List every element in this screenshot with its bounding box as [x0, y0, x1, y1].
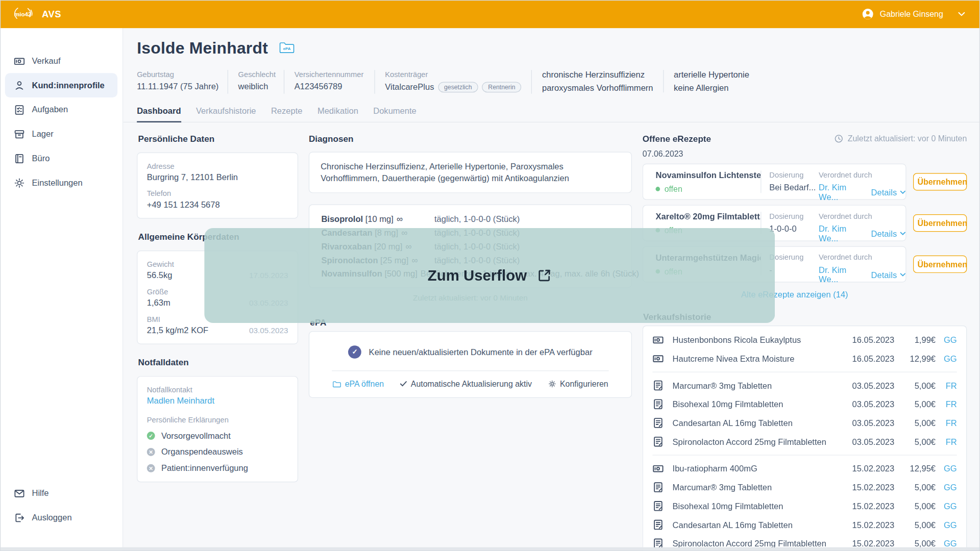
mail-icon — [14, 488, 25, 499]
chevron-down-icon — [900, 273, 905, 277]
emergency-card: Notfallkontakt Madlen Meinhardt Persönli… — [137, 376, 298, 482]
med-strength: [10 mg] — [365, 214, 394, 223]
inventory-icon — [14, 129, 25, 140]
userflow-overlay-button[interactable]: Zum Userflow — [204, 228, 775, 323]
divider — [761, 170, 761, 193]
external-link-icon — [537, 268, 552, 283]
field-label: Versichertennummer — [295, 70, 364, 79]
sale-code: GG — [936, 464, 957, 473]
sidebar-item-einstellungen[interactable]: Einstellungen — [5, 170, 117, 195]
status-badge-gesetzlich: gesetzlich — [438, 82, 478, 92]
user-menu[interactable]: Gabriele Ginseng — [862, 8, 980, 20]
prescriber-link[interactable]: Dr. Kim We... — [819, 265, 862, 284]
sale-date: 03.05.2023 — [842, 437, 894, 446]
sale-price: 12,95€ — [894, 464, 936, 473]
epa-configure-link[interactable]: Konfigurieren — [548, 379, 608, 388]
field-versichertennummer: Versichertennummer A123456789 — [295, 70, 375, 94]
tab-dashboard[interactable]: Dashboard — [137, 106, 181, 122]
prescription-icon — [652, 380, 664, 391]
epa-folder-badge[interactable]: ePA — [279, 40, 295, 57]
sale-code: GG — [936, 335, 957, 344]
medication-row[interactable]: Bisoprolol [10 mg]∞ täglich, 1-0-0-0 (St… — [321, 212, 619, 226]
sale-code: FR — [936, 437, 957, 446]
accept-button[interactable]: Übernehmen — [913, 173, 967, 190]
condition: keine Allergien — [674, 83, 749, 92]
sale-price: 5,00€ — [894, 483, 936, 492]
condition: paroxysmales Vorhofflimmern — [542, 83, 653, 92]
epa-open-link[interactable]: ePA öffnen — [332, 379, 384, 388]
sidebar-item-label: Kund:innenprofile — [32, 81, 104, 90]
x-circle-icon: ✕ — [147, 448, 155, 456]
dosage-label: Dosierung — [769, 212, 819, 220]
sidebar-item-kundprofile[interactable]: Kund:innenprofile — [5, 73, 117, 97]
divider — [332, 370, 608, 371]
accept-button[interactable]: Übernehmen — [913, 256, 967, 273]
sale-name: Ibu-ratiopharm 400mG — [673, 464, 842, 473]
sale-row[interactable]: Bisohexal 10mg Filmtabletten 15.02.2023 … — [652, 496, 957, 515]
weight-value: 56.5kg — [147, 270, 174, 280]
bmi-date: 03.05.2023 — [249, 326, 288, 335]
clock-icon — [835, 134, 843, 143]
banknote-icon — [652, 463, 664, 474]
sale-row[interactable]: Candesartan AL 16mg Tabletten 03.05.2023… — [652, 414, 957, 433]
dosage-value: - — [769, 265, 819, 274]
sale-price: 12,99€ — [894, 354, 936, 363]
prescriber-link[interactable]: Dr. Kim We... — [819, 224, 862, 243]
sale-name: Hustenbonbons Ricola Eukaylptus — [673, 335, 842, 344]
details-toggle[interactable]: Details — [871, 270, 906, 280]
dosage-label: Dosierung — [769, 170, 819, 179]
sidebar-item-label: Hilfe — [32, 489, 48, 498]
prescriber-label: Verordnet durch — [819, 253, 905, 262]
sidebar-item-label: Verkauf — [32, 56, 60, 65]
sidebar-item-lager[interactable]: Lager — [5, 122, 117, 146]
tab-verkaufshistorie[interactable]: Verkaufshistorie — [196, 106, 256, 122]
check-icon — [400, 381, 407, 387]
sale-name: Bisohexal 10mg Filmtabletten — [673, 399, 842, 409]
sidebar-item-verkauf[interactable]: Verkauf — [5, 49, 117, 73]
sale-name: Marcumar® 3mg Tabletten — [673, 381, 842, 390]
emergency-contact-link[interactable]: Madlen Meinhardt — [147, 396, 288, 405]
erezepte-column: Offene eRezepte Zuletzt aktualisiert: vo… — [643, 130, 967, 551]
sale-row[interactable]: Marcumar® 3mg Tabletten 15.02.2023 5,00€… — [652, 478, 957, 497]
banknote-icon — [652, 353, 664, 364]
dosage-value: 1-0-0-0 — [769, 224, 819, 234]
auto-refresh-status: Automatische Aktualisierung aktiv — [400, 379, 532, 388]
diagnoses-card: Chronische Herzinsuffizienz, Arterielle … — [309, 152, 632, 193]
sale-row[interactable]: Hustenbonbons Ricola Eukaylptus 16.05.20… — [652, 331, 957, 349]
sale-row[interactable]: Bisohexal 10mg Filmtabletten 03.05.2023 … — [652, 395, 957, 414]
details-toggle[interactable]: Details — [871, 229, 906, 238]
accept-button[interactable]: Übernehmen — [913, 214, 967, 232]
prescriber-link[interactable]: Dr. Kim We... — [819, 183, 862, 202]
tab-medikation[interactable]: Medikation — [317, 106, 358, 122]
tab-dokumente[interactable]: Dokumente — [373, 106, 416, 122]
gear-icon — [548, 380, 556, 388]
sale-row[interactable]: Ibu-ratiopharm 400mG 15.02.2023 12,95€ G… — [652, 459, 957, 478]
sale-name: Hautcreme Nivea Extra Moisture — [673, 354, 842, 363]
field-value: VitalcarePlus — [385, 83, 434, 92]
status-dot-icon — [655, 187, 660, 191]
sale-row[interactable]: Spironolacton Accord 25mg Filmtabletten … — [652, 432, 957, 451]
sale-row[interactable]: Candesartan AL 16mg Tabletten 15.02.2023… — [652, 515, 957, 534]
sidebar-item-ausloggen[interactable]: Ausloggen — [5, 506, 117, 530]
person-icon — [14, 80, 25, 91]
sale-price: 5,00€ — [894, 381, 936, 390]
bmi-label: BMI — [147, 315, 208, 323]
field-value: 11.11.1947 (75 Jahre) — [137, 82, 217, 91]
med-schedule: täglich, 1-0-0-0 (Stück) — [434, 214, 520, 223]
tasks-icon — [14, 104, 25, 115]
sale-row[interactable]: Marcumar® 3mg Tabletten 03.05.2023 5,00€… — [652, 376, 957, 395]
declaration-row: ✓ Vorsorgevollmacht — [147, 431, 288, 440]
details-toggle[interactable]: Details — [871, 188, 906, 197]
declaration-label: Vorsorgevollmacht — [161, 431, 231, 440]
sidebar-item-aufgaben[interactable]: Aufgaben — [5, 97, 117, 122]
erezept-name: Xarelto® 20mg Filmtablett... — [655, 212, 761, 221]
sale-date: 15.02.2023 — [842, 502, 894, 511]
sale-date: 03.05.2023 — [842, 418, 894, 428]
tab-rezepte[interactable]: Rezepte — [271, 106, 303, 122]
sale-code: GG — [936, 520, 957, 529]
sidebar-item-buero[interactable]: Büro — [5, 146, 117, 171]
sale-row[interactable]: Hautcreme Nivea Extra Moisture 16.05.202… — [652, 349, 957, 368]
prescription-icon — [652, 500, 664, 512]
sale-price: 5,00€ — [894, 437, 936, 446]
sidebar-item-hilfe[interactable]: Hilfe — [5, 481, 117, 506]
